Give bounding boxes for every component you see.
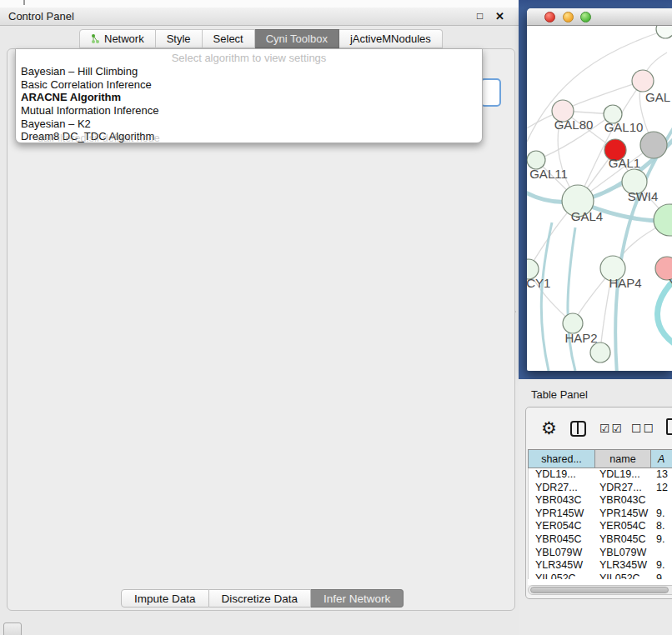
table-cell[interactable]: YBR045C bbox=[529, 533, 596, 547]
gear-icon[interactable]: ⚙ bbox=[541, 416, 557, 441]
export-table-icon[interactable] bbox=[666, 418, 672, 435]
columns-icon[interactable] bbox=[570, 421, 586, 437]
network-view-window: GALGAL80GAL10GAL1GAL11SWI4GAL4GCY1HAP4YH… bbox=[527, 8, 672, 371]
table-row[interactable]: YBL079WYBL079W bbox=[529, 547, 672, 560]
inference-algorithm-combo-fragment[interactable] bbox=[480, 78, 501, 107]
network-node-label: HAP4 bbox=[609, 276, 641, 290]
table-row[interactable]: YBR045CYBR045C9. bbox=[529, 533, 672, 547]
column-header[interactable]: shared... bbox=[528, 449, 595, 468]
tab-infer-network[interactable]: Infer Network bbox=[311, 589, 404, 608]
table-cell[interactable]: 9. bbox=[652, 508, 672, 521]
table-cell[interactable]: YIL052C bbox=[529, 572, 596, 579]
tab-label: Network bbox=[104, 32, 144, 45]
tab-discretize-data[interactable]: Discretize Data bbox=[209, 589, 312, 608]
table-cell[interactable]: YBR043C bbox=[596, 494, 652, 508]
minimize-traffic-light[interactable] bbox=[563, 12, 574, 22]
float-window-icon[interactable]: □ bbox=[477, 10, 483, 22]
scrollbar-thumb[interactable] bbox=[530, 587, 669, 593]
select-all-checkboxes-icon[interactable]: ☑☑ bbox=[599, 422, 624, 435]
network-node-label: GAL80 bbox=[554, 118, 594, 132]
table-rows: YDL19...YDL19...13YDR27...YDR27...12YBR0… bbox=[528, 468, 672, 579]
table-row[interactable]: YIL052CYIL052C9. bbox=[529, 572, 672, 579]
tab-label: Select bbox=[213, 32, 243, 45]
table-header: shared... name A bbox=[528, 449, 672, 468]
table-cell[interactable]: 9. bbox=[652, 533, 672, 547]
dropdown-item[interactable]: Basic Correlation Inference bbox=[16, 78, 482, 92]
close-traffic-light[interactable] bbox=[544, 12, 555, 22]
tab-label: Cyni Toolbox bbox=[266, 32, 328, 45]
network-node[interactable] bbox=[590, 342, 610, 362]
table-cell[interactable]: YBR045C bbox=[596, 533, 652, 547]
dropdown-item[interactable]: Bayesian – K2 bbox=[16, 118, 482, 131]
table-cell[interactable]: YER054C bbox=[529, 520, 596, 533]
table-cell[interactable]: 8. bbox=[652, 520, 672, 533]
table-cell[interactable]: 9. bbox=[652, 572, 672, 579]
network-node[interactable] bbox=[632, 70, 654, 92]
obscured-combo-text: galFiltered.sif default node bbox=[38, 134, 160, 142]
network-node[interactable] bbox=[654, 204, 672, 236]
network-node-label: GAL10 bbox=[604, 120, 644, 134]
table-cell[interactable]: YPR145W bbox=[596, 508, 652, 521]
table-cell[interactable]: 12 bbox=[652, 482, 672, 495]
table-cell[interactable]: YIL052C bbox=[596, 572, 652, 579]
table-cell[interactable]: YBL079W bbox=[596, 547, 652, 560]
network-canvas[interactable]: GALGAL80GAL10GAL1GAL11SWI4GAL4GCY1HAP4YH… bbox=[527, 26, 672, 371]
table-rows-gap bbox=[528, 579, 672, 585]
table-cell[interactable] bbox=[652, 494, 672, 508]
table-cell[interactable]: YLR345W bbox=[529, 559, 596, 572]
table-cell[interactable]: 13 bbox=[652, 468, 672, 482]
column-header[interactable]: A bbox=[651, 449, 672, 468]
table-cell[interactable] bbox=[652, 547, 672, 560]
network-node-label: GAL bbox=[645, 90, 670, 104]
table-cell[interactable]: YPR145W bbox=[529, 508, 596, 521]
table-cell[interactable]: YDR27... bbox=[529, 482, 596, 495]
dropdown-item[interactable]: Mutual Information Inference bbox=[16, 104, 482, 118]
table-cell[interactable]: 9. bbox=[652, 559, 672, 572]
table-cell[interactable]: YDR27... bbox=[596, 482, 652, 495]
tab-style[interactable]: Style bbox=[156, 29, 203, 48]
app-root: Control Panel □ ✕ Network Style Select C… bbox=[0, 0, 672, 635]
control-panel-tabs: Network Style Select Cyni Toolbox jActiv… bbox=[79, 29, 443, 48]
table-row[interactable]: YDL19...YDL19...13 bbox=[529, 468, 672, 482]
network-node-label: GAL1 bbox=[609, 156, 640, 170]
column-header[interactable]: name bbox=[595, 449, 651, 468]
network-window-titlebar[interactable] bbox=[527, 8, 672, 26]
tab-cyni-toolbox[interactable]: Cyni Toolbox bbox=[255, 29, 339, 48]
close-icon[interactable]: ✕ bbox=[495, 10, 504, 22]
network-node-label: SWI4 bbox=[628, 189, 659, 203]
table-row[interactable]: YPR145WYPR145W9. bbox=[529, 508, 672, 521]
network-node[interactable] bbox=[656, 26, 672, 38]
table-horizontal-scrollbar[interactable] bbox=[528, 585, 672, 595]
table-cell[interactable]: YER054C bbox=[596, 520, 652, 533]
tab-select[interactable]: Select bbox=[203, 29, 255, 48]
corner-button[interactable] bbox=[3, 622, 22, 635]
top-strip bbox=[0, 0, 519, 8]
network-node[interactable] bbox=[640, 132, 667, 158]
dropdown-item[interactable]: Bayesian – Hill Climbing bbox=[16, 65, 482, 78]
table-panel: ⚙ ☑☑ ☐☐ shared... name A YDL19...YDL19..… bbox=[525, 407, 672, 599]
table-row[interactable]: YDR27...YDR27...12 bbox=[529, 482, 672, 495]
table-cell[interactable]: YBR043C bbox=[529, 494, 596, 508]
network-edge[interactable] bbox=[568, 228, 575, 371]
deselect-all-checkboxes-icon[interactable]: ☐☐ bbox=[631, 422, 655, 435]
tab-impute-data[interactable]: Impute Data bbox=[121, 589, 209, 608]
control-panel: Control Panel □ ✕ Network Style Select C… bbox=[0, 0, 519, 635]
tab-network[interactable]: Network bbox=[79, 29, 156, 48]
network-tab-icon bbox=[91, 33, 100, 44]
table-cell[interactable]: YDL19... bbox=[529, 468, 596, 482]
table-row[interactable]: YLR345WYLR345W9. bbox=[529, 559, 672, 572]
tab-label: jActiveMNodules bbox=[350, 32, 431, 45]
dropdown-item-selected[interactable]: ARACNE Algorithm bbox=[16, 91, 482, 104]
tab-jactivemnodules[interactable]: jActiveMNodules bbox=[339, 29, 443, 48]
table-cell[interactable]: YDL19... bbox=[596, 468, 652, 482]
table-row[interactable]: YER054CYER054C8. bbox=[529, 520, 672, 533]
table-panel-section: Table Panel ⚙ ☑☑ ☐☐ shared... name A YDL… bbox=[519, 379, 672, 635]
dropdown-prompt: Select algorithm to view settings bbox=[16, 52, 482, 65]
zoom-traffic-light[interactable] bbox=[580, 12, 591, 22]
table-cell[interactable]: YLR345W bbox=[596, 559, 652, 572]
table-row[interactable]: YBR043CYBR043C bbox=[529, 494, 672, 508]
tab-label: Impute Data bbox=[134, 592, 196, 605]
divider-tick bbox=[23, 0, 25, 5]
table-cell[interactable]: YBL079W bbox=[529, 547, 596, 560]
network-node-label: GAL11 bbox=[529, 167, 568, 181]
